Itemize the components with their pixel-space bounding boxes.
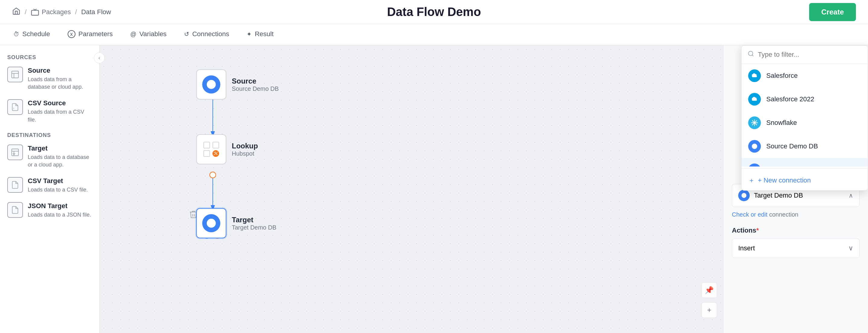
tab-parameters-label: Parameters bbox=[79, 30, 113, 38]
target-node-box[interactable] bbox=[196, 208, 226, 238]
chevron-up-icon: ∧ bbox=[849, 192, 853, 199]
csv-source-icon: 9 bbox=[7, 99, 23, 115]
dropdown-item-salesforce[interactable]: Salesforce bbox=[742, 64, 868, 88]
source-node-label: Source bbox=[232, 77, 279, 86]
tab-parameters[interactable]: x Parameters bbox=[66, 24, 114, 45]
panel-content: Target Demo DB ∧ Check or edit connectio… bbox=[732, 184, 860, 258]
search-icon bbox=[748, 51, 754, 59]
json-target-icon bbox=[7, 202, 23, 218]
target-icon bbox=[7, 144, 23, 160]
svg-rect-1 bbox=[12, 71, 19, 78]
actions-label: Actions* bbox=[732, 227, 860, 234]
lookup-squares2: ℋ bbox=[204, 150, 219, 157]
panel-connection-icon bbox=[738, 190, 750, 201]
source-demo-db-icon bbox=[748, 140, 761, 153]
tab-schedule[interactable]: ⏱ Schedule bbox=[12, 24, 51, 45]
source-node[interactable]: Source Source Demo DB bbox=[196, 69, 279, 100]
target-node-sublabel: Target Demo DB bbox=[232, 224, 276, 231]
source-icon bbox=[7, 67, 23, 82]
page-title: Data Flow Demo bbox=[387, 5, 481, 19]
lookup-squares bbox=[204, 142, 219, 148]
target-demo-db-label: Target Demo DB bbox=[766, 166, 815, 166]
sidebar-item-csv-source[interactable]: 9 CSV Source Loads data from a CSV file. bbox=[7, 99, 92, 123]
canvas-toolbar: 📌 + bbox=[702, 282, 717, 318]
breadcrumb: / Packages / Data Flow bbox=[12, 7, 111, 17]
tab-result-label: Result bbox=[255, 30, 273, 38]
breadcrumb-sep-1: / bbox=[25, 8, 27, 16]
connection-dropdown[interactable]: Salesforce Salesforce 2022 bbox=[741, 45, 868, 191]
new-connection-button[interactable]: ＋ + New connection bbox=[742, 170, 868, 190]
source-node-sublabel: Source Demo DB bbox=[232, 86, 279, 92]
check-edit-link[interactable]: Check or edit bbox=[732, 211, 768, 218]
svg-point-11 bbox=[210, 172, 216, 178]
csv-source-item-name: CSV Source bbox=[28, 99, 92, 107]
dropdown-list: Salesforce Salesforce 2022 bbox=[742, 64, 868, 166]
right-panel: Salesforce Salesforce 2022 bbox=[723, 45, 868, 333]
zoom-in-tool[interactable]: + bbox=[702, 302, 717, 318]
lookup-node-sublabel: Hubspot bbox=[232, 150, 258, 157]
connections-icon: ↺ bbox=[184, 30, 189, 38]
target-node-label: Target bbox=[232, 216, 276, 224]
lookup-node[interactable]: ℋ Lookup Hubspot bbox=[196, 134, 258, 164]
tab-connections-label: Connections bbox=[192, 30, 229, 38]
home-icon[interactable] bbox=[12, 7, 21, 17]
result-icon: ✦ bbox=[247, 30, 252, 38]
sidebar-item-json-target[interactable]: JSON Target Loads data to a JSON file. bbox=[7, 202, 92, 219]
dropdown-item-source-demo-db[interactable]: Source Demo DB bbox=[742, 135, 868, 158]
toolbar: ⏱ Schedule x Parameters @ Variables ↺ Co… bbox=[0, 24, 868, 45]
tab-variables[interactable]: @ Variables bbox=[129, 24, 167, 45]
lookup-sq3 bbox=[204, 150, 210, 157]
svg-point-16 bbox=[748, 51, 753, 56]
connection-suffix: connection bbox=[768, 211, 798, 218]
header: / Packages / Data Flow Data Flow Demo Cr… bbox=[0, 0, 868, 24]
json-target-item-name: JSON Target bbox=[28, 202, 92, 210]
dropdown-search-bar[interactable] bbox=[742, 45, 868, 64]
salesforce2022-label: Salesforce 2022 bbox=[766, 95, 814, 103]
csv-target-item-name: CSV Target bbox=[28, 177, 92, 185]
svg-text:9: 9 bbox=[13, 107, 14, 109]
breadcrumb-sep-2: / bbox=[75, 8, 77, 16]
lookup-hubspot: ℋ bbox=[213, 150, 219, 157]
packages-link[interactable]: Packages bbox=[42, 8, 71, 16]
new-connection-label: + New connection bbox=[758, 176, 811, 184]
variables-icon: @ bbox=[130, 31, 136, 38]
lookup-node-box[interactable]: ℋ bbox=[196, 134, 226, 164]
sidebar-item-csv-target[interactable]: CSV Target Loads data to a CSV file. bbox=[7, 177, 92, 194]
main-layout: ‹ SOURCES Source Loads data from a datab… bbox=[0, 45, 868, 333]
target-item-name: Target bbox=[28, 144, 92, 152]
search-input[interactable] bbox=[758, 51, 862, 59]
create-button[interactable]: Create bbox=[809, 3, 856, 21]
canvas[interactable]: Source Source Demo DB ℋ bbox=[100, 45, 723, 333]
sources-section-title: SOURCES bbox=[7, 54, 92, 61]
lookup-node-icon-group: ℋ bbox=[204, 142, 219, 157]
sidebar-item-target[interactable]: Target Loads data to a database or a clo… bbox=[7, 144, 92, 169]
dropdown-item-salesforce2022[interactable]: Salesforce 2022 bbox=[742, 88, 868, 111]
dropdown-divider bbox=[742, 168, 868, 169]
panel-connection-name: Target Demo DB bbox=[754, 192, 803, 199]
sidebar-collapse-button[interactable]: ‹ bbox=[94, 53, 105, 63]
svg-rect-5 bbox=[12, 149, 19, 156]
canvas-arrows bbox=[100, 45, 723, 333]
source-item-name: Source bbox=[28, 67, 92, 74]
salesforce2022-icon bbox=[748, 93, 761, 106]
chevron-down-icon: ∨ bbox=[848, 244, 853, 252]
source-item-desc: Loads data from a database or cloud app. bbox=[28, 76, 92, 91]
svg-line-17 bbox=[752, 55, 753, 56]
packages-breadcrumb[interactable]: Packages bbox=[31, 8, 71, 16]
target-demo-db-icon bbox=[748, 164, 761, 166]
sidebar-item-source[interactable]: Source Loads data from a database or clo… bbox=[7, 67, 92, 91]
actions-value: Insert bbox=[738, 244, 755, 252]
dropdown-item-snowflake[interactable]: Snowflake bbox=[742, 111, 868, 135]
plus-icon: ＋ bbox=[748, 176, 755, 185]
lookup-node-label: Lookup bbox=[232, 142, 258, 150]
actions-select[interactable]: Insert ∨ bbox=[732, 239, 860, 258]
tab-connections[interactable]: ↺ Connections bbox=[183, 24, 230, 45]
pin-tool[interactable]: 📌 bbox=[702, 282, 717, 298]
source-node-box[interactable] bbox=[196, 69, 226, 100]
tab-schedule-label: Schedule bbox=[22, 30, 50, 38]
csv-source-item-desc: Loads data from a CSV file. bbox=[28, 108, 92, 123]
dataflow-breadcrumb: Data Flow bbox=[81, 8, 111, 16]
target-node[interactable]: Target Target Demo DB bbox=[196, 208, 276, 238]
tab-result[interactable]: ✦ Result bbox=[245, 24, 275, 45]
dropdown-item-target-demo-db[interactable]: Target Demo DB bbox=[742, 158, 868, 166]
